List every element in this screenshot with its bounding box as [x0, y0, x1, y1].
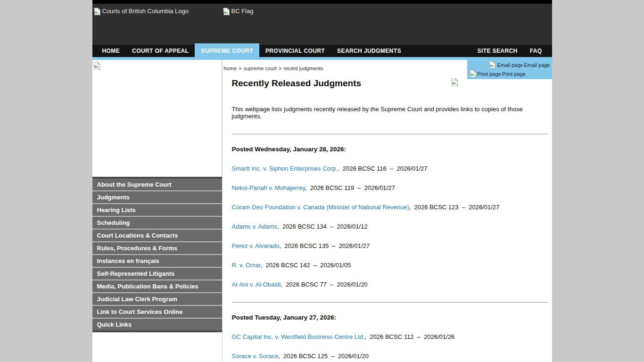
judgment-entry: Nekoi-Panah v. Mohajerrey, 2026 BCSC 119… [232, 184, 547, 191]
breadcrumb-separator: > [239, 66, 241, 71]
judgment-link[interactable]: Nekoi-Panah v. Mohajerrey [232, 184, 305, 191]
nav-item-provincial-court[interactable]: PROVINCIAL COURT [259, 45, 331, 57]
judgment-link[interactable]: Smartt Inc. v. Siphon Enterprises Corp. [232, 165, 338, 172]
nav-item-home[interactable]: HOME [96, 45, 126, 57]
sidebar-item-quick-links[interactable]: Quick Links [92, 319, 222, 330]
title-image-placeholder [451, 78, 458, 89]
nav-left: HOMECOURT OF APPEALSUPREME COURTPROVINCI… [96, 45, 407, 57]
nav-item-site-search[interactable]: SITE SEARCH [471, 45, 524, 57]
judgment-link[interactable]: Sorace v. Sorace [232, 353, 279, 360]
email-page-link[interactable]: Email page [524, 62, 550, 69]
judgment-entry: Perez v. Alvarado, 2026 BCSC 135 – 2026/… [232, 242, 547, 249]
sidebar-item-self-represented-litigants[interactable]: Self-Represented Litigants [92, 268, 222, 280]
sidebar-item-judicial-law-clerk-program[interactable]: Judicial Law Clerk Program [92, 293, 222, 306]
judgment-citation: , 2026 BCSC 119 – 2026/01/27 [305, 184, 395, 191]
nav-item-faq[interactable]: FAQ [524, 45, 548, 57]
judgment-entry: GC Capital Inc. v. Westfield Business Ce… [232, 333, 547, 340]
sidebar-item-instances-en-fran-ais[interactable]: Instances en français [92, 255, 222, 268]
judgment-sections: Posted Wednesday, January 28, 2026:Smart… [232, 134, 547, 362]
judgment-citation: , 2026 BCSC 134 – 2026/01/12 [277, 223, 368, 230]
posted-date-heading: Posted Wednesday, January 28, 2026: [232, 146, 547, 153]
breadcrumb-separator: > [279, 66, 281, 71]
broken-image-icon [223, 8, 230, 16]
courts-bc-logo[interactable]: Courts of British Columbia Logo [93, 8, 189, 16]
judgment-citation: , 2026 BCSC 125 – 2026/01/20 [278, 353, 369, 360]
nav-item-supreme-court[interactable]: SUPREME COURT [195, 43, 259, 57]
judgment-citation: , 2026 BCSC 112 – 2026/01/26 [365, 333, 455, 340]
nav-item-court-of-appeal[interactable]: COURT OF APPEAL [126, 45, 195, 57]
email-alt-text: Email page [497, 62, 523, 69]
sidebar: About the Supreme CourtJudgmentsHearing … [92, 60, 222, 362]
bc-flag-image: BC Flag [223, 8, 254, 16]
broken-image-icon [93, 8, 101, 16]
sidebar-item-hearing-lists[interactable]: Hearing Lists [92, 204, 222, 217]
page-actions-box: Email page Email page Print page Print p… [467, 57, 552, 79]
judgment-link[interactable]: Coram Deo Foundation v. Canada (Minister… [232, 204, 409, 211]
judgment-citation: , 2026 BCSC 135 – 2026/01/27 [279, 242, 370, 249]
email-page-action[interactable]: Email page Email page [469, 61, 550, 69]
judgment-link[interactable]: Perez v. Alvarado [232, 242, 280, 249]
broken-image-icon [488, 61, 496, 69]
section-divider [232, 134, 547, 134]
broken-image-icon [93, 62, 100, 70]
page-title: Recently Released Judgments [232, 78, 547, 89]
top-black-bar [92, 0, 552, 4]
judgment-entry: R. v. Omar, 2026 BCSC 142 – 2026/01/05 [232, 262, 547, 269]
nav-item-search-judgments[interactable]: SEARCH JUDGMENTS [331, 45, 407, 57]
sidebar-menu: About the Supreme CourtJudgmentsHearing … [92, 177, 222, 332]
judgment-entry: Coram Deo Foundation v. Canada (Minister… [232, 204, 547, 211]
site-header: Courts of British Columbia Logo BC Flag [92, 4, 552, 45]
section-divider [232, 302, 547, 303]
judgment-entry: Adams v. Adams, 2026 BCSC 134 – 2026/01/… [232, 223, 547, 230]
breadcrumb-supreme-court[interactable]: supreme court [243, 66, 276, 71]
nav-right: SITE SEARCHFAQ [471, 45, 548, 57]
judgment-citation: , 2026 BCSC 116 – 2026/01/27 [338, 165, 428, 172]
judgment-entry: Smartt Inc. v. Siphon Enterprises Corp.,… [232, 165, 547, 172]
sidebar-item-rules-procedures-forms[interactable]: Rules, Procedures & Forms [92, 242, 222, 255]
breadcrumb-home[interactable]: home [224, 66, 237, 71]
title-row: Recently Released Judgments [232, 78, 547, 90]
judgment-link[interactable]: Adams v. Adams [232, 223, 278, 230]
page-container: Courts of British Columbia Logo BC Flag … [92, 0, 552, 362]
main-content: home>supreme court>recent judgments Rece… [222, 60, 552, 362]
sidebar-image-placeholder [92, 60, 222, 177]
logo-alt-text: Courts of British Columbia Logo [102, 8, 189, 15]
posted-date-heading: Posted Tuesday, January 27, 2026: [232, 314, 547, 321]
main-navigation: HOMECOURT OF APPEALSUPREME COURTPROVINCI… [92, 45, 552, 57]
print-page-link[interactable]: Print page [502, 71, 526, 78]
judgment-entry: Al-Ani v. Al-Obaidi, 2026 BCSC 77 – 2026… [232, 281, 547, 288]
judgment-citation: , 2026 BCSC 142 – 2026/01/05 [261, 262, 351, 269]
breadcrumb-recent-judgments[interactable]: recent judgments [283, 66, 323, 71]
sidebar-item-judgments[interactable]: Judgments [92, 191, 222, 204]
sidebar-item-scheduling[interactable]: Scheduling [92, 217, 222, 230]
judgment-link[interactable]: Al-Ani v. Al-Obaidi [232, 281, 281, 288]
print-page-action[interactable]: Print page Print page [469, 70, 550, 78]
judgment-citation: , 2026 BCSC 77 – 2026/01/20 [281, 281, 367, 288]
broken-image-icon [451, 78, 458, 87]
sidebar-item-about-the-supreme-court[interactable]: About the Supreme Court [92, 179, 222, 191]
browser-viewport: Courts of British Columbia Logo BC Flag … [0, 0, 644, 362]
judgment-entry: Sorace v. Sorace, 2026 BCSC 125 – 2026/0… [232, 353, 547, 360]
sidebar-item-media-publication-bans-policies[interactable]: Media, Publication Bans & Policies [92, 280, 222, 293]
sidebar-item-link-to-court-services-online[interactable]: Link to Court Services Online [92, 306, 222, 319]
nav-spacer [407, 45, 471, 57]
sidebar-item-court-locations-contacts[interactable]: Court Locations & Contacts [92, 230, 222, 242]
judgment-link[interactable]: R. v. Omar [232, 262, 261, 269]
intro-text: This webpage lists judgments recently re… [232, 106, 547, 120]
flag-alt-text: BC Flag [231, 8, 254, 15]
print-alt-text: Print page [478, 71, 501, 78]
judgment-citation: , 2026 BCSC 123 – 2026/01/27 [409, 204, 500, 211]
content-area: About the Supreme CourtJudgmentsHearing … [92, 60, 552, 362]
broken-image-icon [469, 70, 477, 78]
judgment-link[interactable]: GC Capital Inc. v. Westfield Business Ce… [232, 333, 365, 340]
